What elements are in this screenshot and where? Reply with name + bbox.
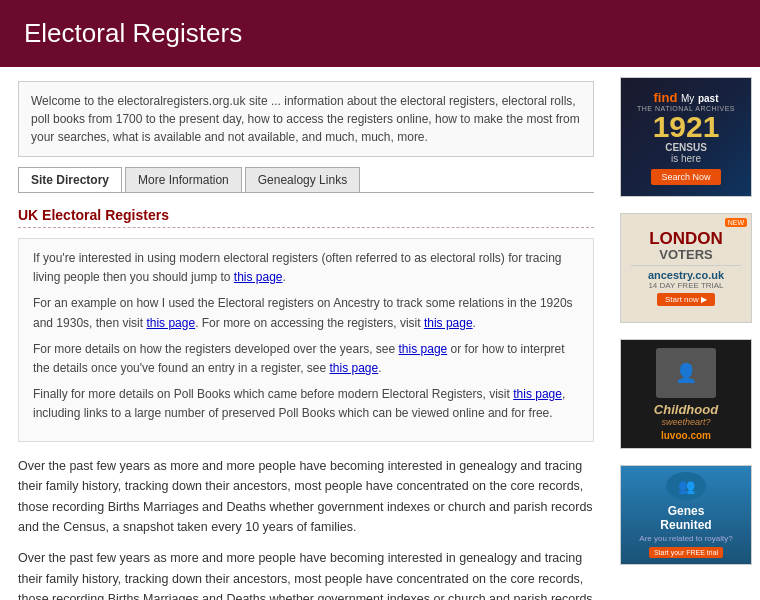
ad-london-voters[interactable]: NEW LONDON VOTERS ancestry.co.uk 14 DAY … — [620, 213, 752, 323]
new-badge: NEW — [725, 218, 747, 227]
main-content: Welcome to the electoralregisters.org.uk… — [0, 67, 612, 600]
childhood-image-placeholder: 👤 — [656, 348, 716, 398]
ancestry-logo: ancestry.co.uk — [648, 269, 724, 281]
search-now-button[interactable]: Search Now — [651, 169, 720, 185]
ad-genes-reunited[interactable]: 👥 Genes Reunited Are you related to roya… — [620, 465, 752, 565]
site-header: Electoral Registers — [0, 0, 760, 67]
tab-genealogy-links[interactable]: Genealogy Links — [245, 167, 360, 192]
ad-childhood[interactable]: 👤 Childhood sweetheart? luvoo.com — [620, 339, 752, 449]
info-box: If you're interested in using modern ele… — [18, 238, 594, 442]
census-year-label: 1921 — [653, 112, 720, 142]
luvoo-logo: luvoo.com — [661, 430, 711, 441]
uk-registers-title: UK Electoral Registers — [18, 207, 594, 228]
genes-icon-placeholder: 👥 — [666, 472, 706, 500]
tab-site-directory[interactable]: Site Directory — [18, 167, 122, 192]
tabs-bar: Site Directory More Information Genealog… — [18, 167, 594, 193]
welcome-text: Welcome to the electoralregisters.org.uk… — [31, 92, 581, 146]
ad-find-my-past[interactable]: find My past THE NATIONAL ARCHIVES 1921 … — [620, 77, 752, 197]
welcome-box: Welcome to the electoralregisters.org.uk… — [18, 81, 594, 157]
body-para-1: Over the past few years as more and more… — [18, 456, 594, 539]
voters-label: VOTERS — [659, 247, 712, 262]
tab-more-info[interactable]: More Information — [125, 167, 242, 192]
london-label: LONDON — [649, 230, 723, 247]
info-p2: For an example on how I used the Elector… — [33, 294, 579, 332]
trial-text: 14 DAY FREE TRIAL — [648, 281, 723, 290]
info-link-6[interactable]: this page — [513, 387, 562, 401]
census-label: CENSUS — [665, 142, 707, 153]
find-my-past-logo: find My past — [654, 90, 719, 105]
info-p1: If you're interested in using modern ele… — [33, 249, 579, 287]
site-title: Electoral Registers — [24, 18, 736, 49]
info-link-3[interactable]: this page — [424, 316, 473, 330]
is-here-label: is here — [671, 153, 701, 164]
free-trial-button[interactable]: Start your FREE trial — [649, 547, 723, 558]
start-now-button[interactable]: Start now ▶ — [657, 293, 715, 306]
info-p4: Finally for more details on Poll Books w… — [33, 385, 579, 423]
info-link-4[interactable]: this page — [399, 342, 448, 356]
genes-reunited-subtitle: Reunited — [660, 518, 711, 532]
info-link-2[interactable]: this page — [146, 316, 195, 330]
genes-reunited-title: Genes — [668, 504, 705, 518]
royalty-question: Are you related to royalty? — [639, 534, 732, 543]
info-link-5[interactable]: this page — [329, 361, 378, 375]
body-para-2: Over the past few years as more and more… — [18, 548, 594, 600]
childhood-subtitle: sweetheart? — [661, 417, 710, 427]
info-p3: For more details on how the registers de… — [33, 340, 579, 378]
info-link-1[interactable]: this page — [234, 270, 283, 284]
childhood-title: Childhood — [654, 402, 718, 417]
sidebar: find My past THE NATIONAL ARCHIVES 1921 … — [612, 67, 760, 600]
